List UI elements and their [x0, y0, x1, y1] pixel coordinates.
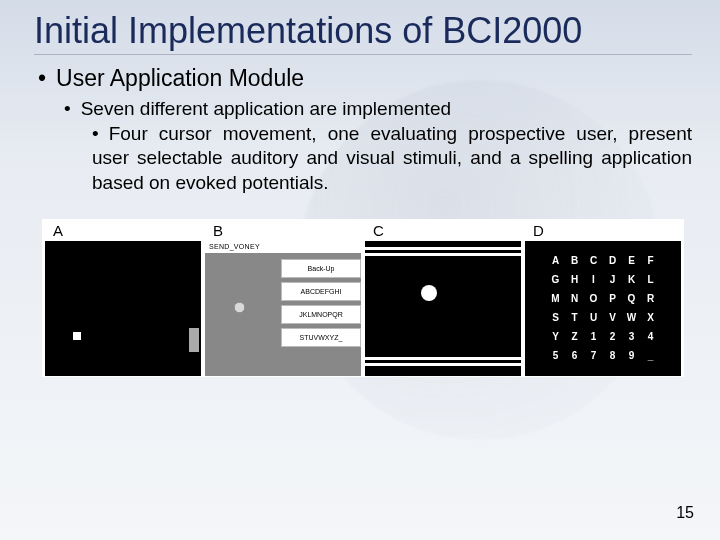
speller-cell: _: [643, 348, 659, 364]
speller-cell: R: [643, 291, 659, 307]
bullet-level-3: Four cursor movement, one evaluating pro…: [92, 122, 692, 195]
speller-cell: V: [605, 310, 621, 326]
figure-panel-a: A: [43, 220, 203, 376]
speller-cell: 8: [605, 348, 621, 364]
option-item: STUVWXYZ_: [281, 328, 361, 347]
figure-panel-c: C: [363, 220, 523, 376]
boundary-line-icon: [365, 253, 521, 256]
speller-cell: N: [567, 291, 583, 307]
speller-cell: 6: [567, 348, 583, 364]
speller-cell: L: [643, 272, 659, 288]
cursor-square-icon: [73, 332, 81, 340]
figure-panel-b: B SEND_VONEY Back-Up ABCDEFGHI JKLMNOPQR…: [203, 220, 363, 376]
bullet-level-2: Seven different application are implemen…: [64, 98, 692, 120]
speller-cell: A: [548, 253, 564, 269]
speller-cell: W: [624, 310, 640, 326]
speller-cell: D: [605, 253, 621, 269]
figure-panel-d-body: ABCDEFGHIJKLMNOPQRSTUVWXYZ123456789_: [525, 241, 681, 376]
speller-cell: 1: [586, 329, 602, 345]
figure-panel-b-label: B: [203, 220, 363, 241]
speller-cell: Y: [548, 329, 564, 345]
speller-cell: O: [586, 291, 602, 307]
speller-cell: 7: [586, 348, 602, 364]
speller-cell: 3: [624, 329, 640, 345]
speller-cell: T: [567, 310, 583, 326]
figure-panel-a-label: A: [43, 220, 203, 241]
figure-panel-c-label: C: [363, 220, 523, 241]
option-item: JKLMNOPQR: [281, 305, 361, 324]
bullet-level-1: User Application Module: [38, 65, 692, 92]
boundary-line-icon: [365, 357, 521, 360]
speller-cell: S: [548, 310, 564, 326]
speller-cell: M: [548, 291, 564, 307]
speller-cell: C: [586, 253, 602, 269]
speller-grid: ABCDEFGHIJKLMNOPQRSTUVWXYZ123456789_: [548, 253, 659, 364]
speller-cell: X: [643, 310, 659, 326]
target-bar-icon: [189, 328, 199, 352]
speller-cell: 4: [643, 329, 659, 345]
speller-cell: E: [624, 253, 640, 269]
figure-panel-d-label: D: [523, 220, 683, 241]
figure-b-header: SEND_VONEY: [205, 241, 361, 253]
speller-cell: Q: [624, 291, 640, 307]
speller-cell: B: [567, 253, 583, 269]
option-item: ABCDEFGHI: [281, 282, 361, 301]
figure-panel-b-body: SEND_VONEY Back-Up ABCDEFGHI JKLMNOPQR S…: [205, 241, 361, 376]
slide-title: Initial Implementations of BCI2000: [34, 10, 692, 55]
figure-panel-d: D ABCDEFGHIJKLMNOPQRSTUVWXYZ123456789_: [523, 220, 683, 376]
cursor-ball-icon: [421, 285, 437, 301]
figure-panel-a-body: [45, 241, 201, 376]
speller-cell: 2: [605, 329, 621, 345]
speller-cell: Z: [567, 329, 583, 345]
boundary-line-icon: [365, 363, 521, 366]
speller-cell: U: [586, 310, 602, 326]
option-item: Back-Up: [281, 259, 361, 278]
boundary-line-icon: [365, 247, 521, 250]
speller-cell: G: [548, 272, 564, 288]
page-number: 15: [676, 504, 694, 522]
speller-cell: J: [605, 272, 621, 288]
speller-cell: 5: [548, 348, 564, 364]
speller-cell: P: [605, 291, 621, 307]
speller-cell: F: [643, 253, 659, 269]
slide: Initial Implementations of BCI2000 User …: [0, 0, 720, 540]
speller-cell: 9: [624, 348, 640, 364]
cursor-ball-icon: [235, 303, 244, 312]
figure-b-options: Back-Up ABCDEFGHI JKLMNOPQR STUVWXYZ_: [281, 259, 361, 351]
speller-cell: K: [624, 272, 640, 288]
speller-cell: I: [586, 272, 602, 288]
figure-panel-c-body: [365, 241, 521, 376]
speller-cell: H: [567, 272, 583, 288]
figure-strip: A B SEND_VONEY Back-Up ABCDEFGHI JKLMNOP…: [42, 219, 684, 377]
